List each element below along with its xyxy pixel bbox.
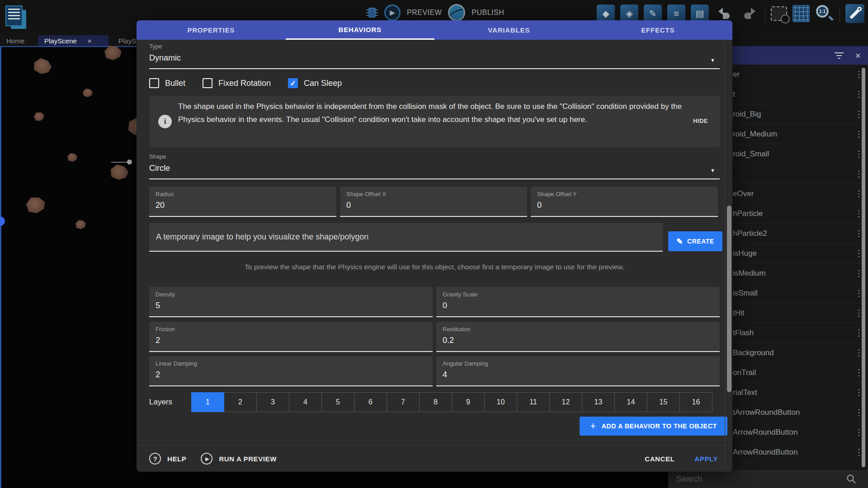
dialog-scrollbar-thumb[interactable]	[727, 206, 731, 392]
instances-list-icon[interactable]: ◈	[620, 5, 638, 23]
close-tab-icon[interactable]: ×	[88, 37, 92, 45]
tab-effects[interactable]: EFFECTS	[584, 20, 733, 40]
cancel-button[interactable]: CANCEL	[645, 455, 675, 463]
run-preview-button[interactable]: RUN A PREVIEW	[219, 455, 277, 463]
type-select[interactable]: Type Dynamic ▼	[149, 43, 720, 69]
joint-handle[interactable]	[127, 160, 132, 164]
restitution-field[interactable]: Restitution 0.2	[436, 322, 720, 352]
can-sleep-checkbox[interactable]: ✓ Can Sleep	[288, 78, 342, 88]
density-field[interactable]: Density 5	[149, 287, 433, 317]
settings-wrench-icon[interactable]	[845, 4, 864, 23]
item-menu-icon[interactable]: ⋮	[850, 89, 868, 99]
item-menu-icon[interactable]: ⋮	[850, 248, 868, 258]
add-behavior-button[interactable]: + ADD A BEHAVIOR TO THE OBJECT	[580, 417, 727, 436]
objects-list-icon[interactable]: ◆	[597, 5, 615, 23]
layer-button-8[interactable]: 8	[419, 392, 452, 412]
apply-button[interactable]: APPLY	[694, 455, 718, 463]
asteroid-sprite[interactable]	[32, 57, 53, 76]
search-input[interactable]	[668, 474, 831, 484]
publish-globe-icon[interactable]	[448, 4, 465, 21]
item-menu-icon[interactable]: ⋮	[850, 407, 868, 418]
flags-row: Bullet Fixed Rotation ✓ Can Sleep	[149, 75, 342, 91]
gravity-scale-field[interactable]: Gravity Scale 0	[436, 287, 720, 317]
asteroid-sprite[interactable]	[109, 164, 129, 181]
friction-field[interactable]: Friction 2	[149, 322, 433, 352]
run-preview-icon[interactable]: ▶	[201, 453, 212, 465]
panel-close-icon[interactable]: ×	[855, 51, 861, 60]
item-menu-icon[interactable]: ⋮	[850, 268, 868, 278]
tab-home[interactable]: Home	[0, 35, 31, 46]
item-menu-icon[interactable]: ⋮	[850, 367, 868, 378]
asteroid-sprite[interactable]	[104, 46, 122, 60]
layer-button-15[interactable]: 15	[647, 392, 680, 412]
item-menu-icon[interactable]: ⋮	[850, 69, 868, 80]
layer-button-16[interactable]: 16	[679, 392, 712, 412]
tab-playscene[interactable]: PlayScene ×	[38, 35, 108, 46]
layer-button-14[interactable]: 14	[614, 392, 647, 412]
shape-offset-x-field[interactable]: Shape Offset X 0	[340, 187, 527, 217]
asteroid-sprite[interactable]	[83, 89, 93, 97]
layer-button-6[interactable]: 6	[354, 392, 387, 412]
item-menu-icon[interactable]: ⋮	[850, 427, 868, 437]
layer-button-5[interactable]: 5	[321, 392, 354, 412]
filter-icon[interactable]	[835, 52, 844, 59]
linear-damping-field[interactable]: Linear Damping 2	[149, 356, 433, 386]
item-menu-icon[interactable]: ⋮	[850, 347, 868, 358]
tab-properties[interactable]: PROPERTIES	[137, 20, 286, 40]
layer-button-9[interactable]: 9	[452, 392, 485, 412]
zoom-icon[interactable]: 1:1	[815, 4, 834, 23]
item-menu-icon[interactable]: ⋮	[850, 288, 868, 298]
layer-button-1[interactable]: 1	[191, 392, 224, 412]
preview-button[interactable]: PREVIEW	[407, 9, 442, 17]
help-icon[interactable]: ?	[149, 453, 161, 465]
help-button[interactable]: HELP	[167, 455, 186, 463]
deselect-instances-icon[interactable]	[771, 6, 787, 21]
layer-button-12[interactable]: 12	[549, 392, 582, 412]
item-menu-icon[interactable]: ⋮	[850, 387, 868, 398]
layer-button-11[interactable]: 11	[517, 392, 550, 412]
item-menu-icon[interactable]: ⋮	[850, 169, 868, 179]
grid-icon[interactable]	[793, 5, 810, 22]
temp-image-field[interactable]: A temporary image to help you visualize …	[149, 223, 663, 252]
bullet-checkbox[interactable]: Bullet	[149, 78, 185, 88]
item-menu-icon[interactable]: ⋮	[850, 228, 868, 239]
layer-button-3[interactable]: 3	[256, 392, 289, 412]
create-button[interactable]: ✎ CREATE	[668, 231, 722, 251]
item-menu-icon[interactable]: ⋮	[850, 208, 868, 219]
layers-icon[interactable]: ▤	[691, 5, 709, 23]
shape-offset-y-field[interactable]: Shape Offset Y 0	[531, 187, 718, 217]
undo-icon[interactable]	[714, 5, 734, 23]
asteroid-sprite[interactable]	[67, 153, 77, 162]
item-menu-icon[interactable]: ⋮	[850, 109, 868, 119]
layer-button-4[interactable]: 4	[289, 392, 322, 412]
asteroid-sprite[interactable]	[25, 196, 46, 214]
item-menu-icon[interactable]: ⋮	[850, 188, 868, 199]
layer-button-13[interactable]: 13	[582, 392, 615, 412]
item-menu-icon[interactable]: ⋮	[850, 149, 868, 159]
item-menu-icon[interactable]: ⋮	[850, 447, 868, 457]
scene-editor-icon[interactable]	[5, 5, 27, 30]
panel-scrollbar[interactable]	[862, 68, 865, 467]
radius-field[interactable]: Radius 20	[149, 187, 336, 217]
debugger-icon[interactable]	[366, 6, 378, 19]
item-menu-icon[interactable]: ⋮	[850, 328, 868, 338]
layer-button-7[interactable]: 7	[387, 392, 420, 412]
hide-button[interactable]: HIDE	[693, 117, 708, 124]
publish-button[interactable]: PUBLISH	[472, 9, 504, 17]
fixed-rotation-checkbox[interactable]: Fixed Rotation	[203, 78, 271, 88]
edit-scene-icon[interactable]: ✎	[644, 5, 662, 23]
item-menu-icon[interactable]: ⋮	[850, 129, 868, 139]
item-menu-icon[interactable]: ⋮	[850, 308, 868, 318]
tab-behaviors[interactable]: BEHAVIORS	[286, 20, 435, 40]
asteroid-sprite[interactable]	[75, 220, 86, 229]
preview-play-icon[interactable]: ▶	[384, 5, 401, 21]
properties-list-icon[interactable]: ≡	[667, 5, 685, 23]
asteroid-sprite[interactable]	[33, 111, 45, 122]
layer-button-2[interactable]: 2	[224, 392, 257, 412]
angular-damping-field[interactable]: Angular Damping 4	[436, 356, 720, 386]
tab-variables[interactable]: VARIABLES	[434, 20, 584, 40]
redo-icon[interactable]	[740, 5, 760, 23]
layer-button-10[interactable]: 10	[484, 392, 517, 412]
shape-select[interactable]: Shape Circle ▼	[149, 153, 720, 179]
toolbar-separator	[765, 6, 765, 21]
